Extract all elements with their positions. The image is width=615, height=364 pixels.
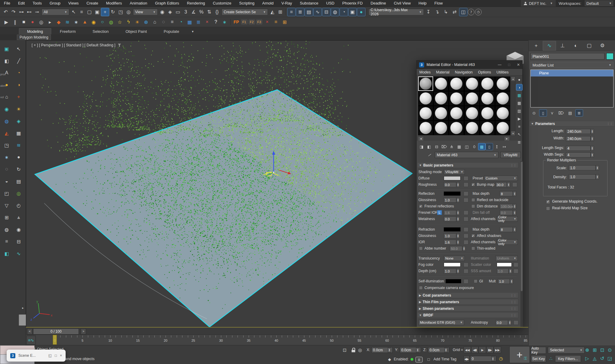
go-to-start-icon[interactable]: ◀◀ (464, 347, 471, 353)
sss-map-button[interactable] (514, 269, 518, 273)
show-end-result-icon[interactable]: ▯ (539, 110, 547, 116)
sample-slot-24[interactable] (495, 121, 510, 135)
f-badge[interactable]: F1 (241, 20, 247, 24)
sample-slot-9[interactable] (449, 91, 464, 106)
reference-coordinate-dropdown[interactable]: View▼ (133, 9, 158, 15)
save-file-icon[interactable]: ◫ (459, 8, 467, 16)
menu-item[interactable]: Options (475, 70, 494, 74)
dim-distance-field[interactable]: 100.0cm (500, 204, 513, 209)
current-frame-caret[interactable] (53, 335, 57, 345)
modifier-list-dropdown[interactable]: Modifier List ▼ (530, 62, 613, 68)
brdf-header[interactable]: ▼BRDF⋮⋮ (417, 312, 518, 318)
viewport-label[interactable]: [ + ] [ Perspective ] [ Standard ] [ Def… (32, 43, 121, 47)
roughness-field[interactable]: 0.0 (444, 182, 456, 187)
sample-uv-tiling-icon[interactable]: ▦ (516, 100, 522, 106)
configure-modifier-sets-icon[interactable]: ▤ (567, 110, 574, 116)
spinner-snap-icon[interactable]: ⇅ (205, 8, 213, 16)
scroll-right-icon[interactable]: ▶ (505, 137, 509, 141)
menu-item[interactable]: Navigation (452, 70, 475, 74)
state-play-icon[interactable]: ▶ (2, 18, 10, 26)
left-tool-3-icon[interactable]: ◧ (2, 57, 11, 65)
material-editor-icon[interactable]: ◍ (331, 8, 339, 16)
select-by-name-icon[interactable]: ≡ (78, 8, 85, 16)
fresnel-ior-lock-button[interactable]: L (437, 210, 442, 215)
save-material-icon[interactable]: ◫ (463, 143, 470, 150)
go-to-parent-icon[interactable]: ↥ (493, 143, 500, 150)
f-badge[interactable]: F2 (249, 20, 255, 24)
make-unique-icon[interactable]: ⋎ (548, 110, 556, 116)
sample-slot-11[interactable] (480, 91, 495, 106)
hierarchy-tab-icon[interactable]: ⊥ (556, 41, 569, 50)
left-tool-35-icon[interactable]: ◧ (2, 249, 11, 258)
unlink-selection-icon[interactable]: ⊷ (25, 8, 33, 16)
spinner-arrows[interactable] (591, 152, 594, 157)
left-tool-14-icon[interactable]: ◈ (14, 117, 23, 125)
sun-tool-icon[interactable]: ☀ (133, 18, 141, 26)
walk-through-icon[interactable]: ◬ (591, 355, 598, 362)
align-icon[interactable]: ⊞ (276, 8, 284, 16)
left-tool-31-icon[interactable]: ◍ (2, 225, 11, 234)
affect-shadows-checkbox[interactable] (471, 234, 475, 238)
remove-modifier-icon[interactable]: ⌦ (558, 110, 565, 116)
menu-item[interactable]: Modes (417, 70, 433, 74)
menu-item[interactable]: Civil View (390, 0, 415, 7)
window-crossing-icon[interactable]: ▣ (93, 8, 101, 16)
density-field[interactable]: 1.0 (569, 174, 596, 179)
polygon-modeling-panel[interactable]: Polygon Modeling (17, 35, 51, 40)
phoenix-water-icon[interactable]: ≋ (64, 18, 71, 26)
selection-lock-icon[interactable] (352, 348, 355, 352)
left-tool-17-icon[interactable]: ◳ (2, 141, 11, 149)
menu-item[interactable]: Views (64, 0, 82, 7)
phoenix-snow-icon[interactable]: ∗ (72, 18, 80, 26)
left-tool-20-icon[interactable]: ● (14, 153, 23, 161)
sss-amount-field[interactable]: 1.0 (497, 269, 509, 274)
depth-field[interactable]: 1.0 (444, 269, 456, 274)
globe-tool-icon[interactable]: ⊛ (142, 18, 150, 26)
sample-slot-7[interactable] (418, 91, 433, 106)
left-tool-12-icon[interactable]: ☀ (14, 105, 23, 113)
refract-affect-channels-dropdown[interactable]: Color only▼ (497, 239, 518, 245)
material-type-button[interactable]: VRayMtl (500, 152, 521, 158)
undo-icon[interactable]: ↶ (2, 8, 10, 16)
width-segs-field[interactable]: 4 (566, 152, 591, 157)
toggle-ribbon-icon[interactable]: ▤ (305, 8, 313, 16)
import-icon[interactable]: ↴ (433, 8, 441, 16)
sample-slot-18[interactable] (495, 106, 510, 120)
sample-slot-10[interactable] (464, 91, 480, 106)
time-configuration-icon[interactable]: ◷ (497, 355, 505, 362)
hexagon-tool-icon[interactable]: ○ (98, 18, 106, 26)
zero-badge[interactable]: 0 (415, 357, 423, 362)
ribbon-tab-populate[interactable]: Populate (156, 29, 187, 34)
f-badge[interactable]: F3 (256, 20, 262, 24)
sample-slot-23[interactable] (480, 121, 495, 135)
set-key-mode-icon[interactable]: ∴ (547, 355, 554, 362)
shield-icon[interactable]: ◆ (386, 356, 393, 363)
width-field[interactable]: 240.0cm (566, 136, 591, 141)
put-material-to-scene-icon[interactable]: ◧ (426, 143, 433, 150)
material-name-dropdown[interactable]: Material #63 ▼ (435, 152, 499, 158)
key-filters-button[interactable]: Key Filters... (555, 355, 581, 362)
backlight-icon[interactable]: ◑ (516, 84, 522, 90)
modifier-list-view-icon[interactable]: ≣ (576, 110, 583, 116)
render-setup-icon[interactable]: ◔ (340, 8, 348, 16)
z-coordinate-field[interactable]: 0.0cm (428, 347, 449, 353)
history-clock-icon[interactable]: ◷ (475, 9, 482, 15)
left-tool-18-icon[interactable]: ≋ (14, 141, 23, 149)
left-tool-30-icon[interactable]: ▲ (14, 213, 23, 222)
thin-film-parameters-header[interactable]: ▶Thin Film parameters⋮⋮ (417, 299, 518, 305)
left-tool-16-icon[interactable]: ▦ (14, 129, 23, 137)
menu-item[interactable]: Flow (430, 0, 446, 7)
menu-item[interactable]: USD (322, 0, 338, 7)
diffuse-map-button[interactable] (464, 176, 468, 181)
left-tool-4-icon[interactable]: ╱ (14, 57, 23, 65)
menu-item[interactable]: Group (46, 0, 64, 7)
ribbon-tab-freeform[interactable]: Freeform (52, 29, 84, 34)
refract-max-depth-field[interactable]: 8 (500, 227, 513, 232)
state-pause-icon[interactable]: ∥ (11, 18, 19, 26)
mirror-icon[interactable]: ◭ (269, 8, 276, 16)
eyedropper-icon[interactable]: ∕ (426, 151, 434, 159)
xref-icon[interactable]: ⇄ (451, 8, 458, 16)
state-record-icon[interactable]: ● (29, 18, 36, 26)
sphere-tool-icon[interactable]: ◍ (107, 18, 115, 26)
select-object-icon[interactable]: ↖ (70, 8, 78, 16)
